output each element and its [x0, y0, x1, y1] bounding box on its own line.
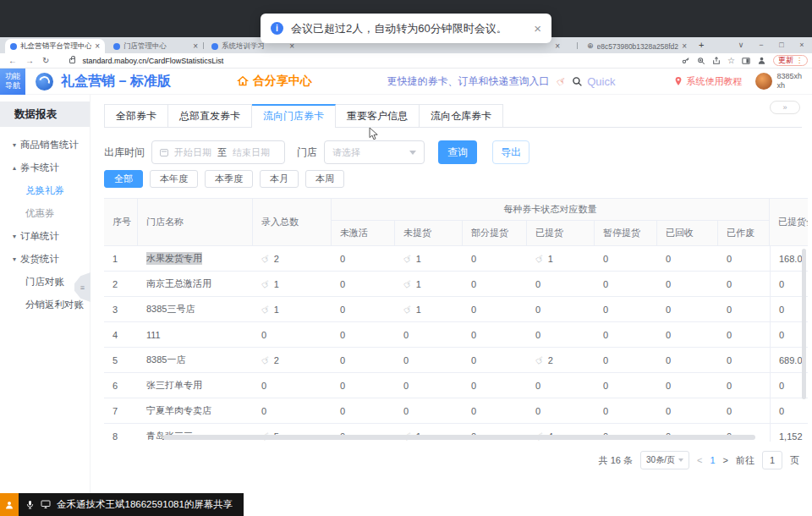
sidebar-item[interactable]: 兑换礼券	[0, 179, 90, 202]
sidebar-item[interactable]: ▾发货统计	[0, 248, 90, 271]
microphone-icon[interactable]	[25, 500, 35, 509]
store-filter-label: 门店	[297, 145, 317, 160]
table-row[interactable]: 2南京王总激活用☞10☞1000000	[104, 272, 808, 297]
cell-row-number: 5	[104, 348, 138, 372]
reload-icon[interactable]: ↻	[42, 56, 49, 65]
quick-range-button[interactable]: 本季度	[205, 170, 253, 188]
share-participant-avatar[interactable]	[0, 493, 19, 516]
cell-status-count: 0	[395, 348, 463, 372]
sidebar-item[interactable]: 优惠券	[0, 202, 90, 225]
screen-share-bar: 金禾通技术王斌18662591081的屏幕共享	[0, 493, 244, 516]
sidebar-item[interactable]: 分销返利对账	[0, 294, 90, 316]
quick-range-button[interactable]: 本月	[260, 170, 299, 188]
zoom-icon[interactable]	[697, 57, 705, 65]
forward-icon[interactable]: →	[25, 56, 34, 65]
next-page-button[interactable]: >	[723, 455, 728, 465]
more-dots-icon: ⋮	[796, 57, 803, 64]
close-tab-icon[interactable]: ×	[193, 41, 198, 51]
mouse-cursor	[369, 127, 379, 145]
close-icon[interactable]: ×	[534, 21, 541, 36]
main-tab[interactable]: 总部直发券卡	[168, 104, 252, 127]
back-icon[interactable]: ←	[8, 56, 17, 65]
table-vertical-scrollbar[interactable]	[802, 249, 806, 399]
cell-total-count[interactable]: ☞2	[253, 348, 332, 372]
cell-amount: 0	[770, 398, 808, 423]
quick-range-button[interactable]: 本年度	[150, 170, 198, 188]
close-tab-icon[interactable]: ×	[95, 41, 100, 51]
new-tab-icon[interactable]: +	[699, 40, 704, 50]
browser-tab[interactable]: ⊕e8c573980b1328a258fd2e618×	[582, 39, 692, 53]
page-size-select[interactable]: 30条/页	[640, 451, 689, 469]
share-center-link[interactable]: 合分享中心	[237, 74, 312, 89]
tutorial-link[interactable]: 系统使用教程	[674, 75, 742, 88]
split-screen-icon[interactable]	[742, 57, 750, 65]
table-row[interactable]: 58385一店☞2000☞2000689.0	[104, 348, 808, 373]
username: 8385xh xh	[776, 72, 802, 91]
quick-range-button[interactable]: 全部	[104, 170, 143, 188]
quick-search-label[interactable]: Quick	[587, 75, 615, 88]
minimize-window-icon[interactable]: −	[751, 37, 771, 53]
close-window-icon[interactable]: ×	[792, 37, 812, 53]
main-tab[interactable]: 流向门店券卡	[252, 104, 336, 127]
cell-total-count[interactable]: ☞1	[253, 272, 332, 296]
cell-status-count[interactable]: ☞1	[395, 297, 463, 321]
table-row[interactable]: 38385三号店☞10☞1000000	[104, 297, 808, 322]
table-row[interactable]: 6张三打单专用000000000	[104, 373, 808, 398]
maximize-window-icon[interactable]: □	[771, 37, 792, 53]
cell-total-count[interactable]: ☞2	[253, 246, 332, 271]
collapse-panel-button[interactable]: »	[770, 101, 800, 114]
sidebar-item[interactable]: ▾商品销售统计	[0, 134, 90, 156]
quick-range-button[interactable]: 本周	[305, 170, 344, 188]
main-tab[interactable]: 全部券卡	[104, 104, 168, 127]
sidebar-item[interactable]: ▾订单统计	[0, 225, 90, 248]
tab-search-chevron-icon[interactable]: ∨	[731, 37, 751, 53]
close-tab-icon[interactable]: ×	[555, 41, 560, 51]
current-page-number[interactable]: 1	[710, 455, 715, 465]
browser-tab[interactable]: 礼盒营销平台管理中心×	[5, 39, 105, 53]
chrome-update-button[interactable]: 更新⋮	[773, 55, 808, 66]
hand-pointer-icon: ☞	[259, 353, 273, 368]
screen-share-icon[interactable]	[41, 500, 51, 509]
sidebar-item[interactable]: ▴券卡统计	[0, 156, 90, 179]
table-row[interactable]: 1水果发货专用☞20☞10☞1000168.0	[104, 246, 808, 272]
column-header-no: 序号	[104, 199, 138, 245]
main-tab[interactable]: 流向仓库券卡	[420, 104, 503, 127]
cell-status-count: 0	[657, 322, 718, 347]
table-row[interactable]: 7宁夏羊肉专卖店000000000	[104, 398, 808, 424]
browser-tab[interactable]: 门店管理中心×	[108, 39, 203, 53]
cell-status-count[interactable]: ☞1	[395, 246, 463, 271]
hand-pointer-icon: ☞	[533, 353, 547, 368]
pagination: 共 16 条 30条/页 < 1 > 前往 1 页	[104, 451, 799, 469]
close-tab-icon[interactable]: ×	[682, 41, 687, 51]
cell-status-count[interactable]: ☞1	[395, 272, 463, 296]
column-header-status: 未激活	[332, 221, 395, 245]
cell-status-count[interactable]: ☞1	[527, 246, 595, 271]
search-button[interactable]: 查询	[438, 140, 477, 164]
table-horizontal-scrollbar[interactable]	[163, 435, 755, 440]
export-button[interactable]: 导出	[492, 140, 529, 164]
main-tab[interactable]: 重要客户信息	[336, 104, 420, 127]
search-icon[interactable]	[572, 76, 583, 87]
table-header: 序号 门店名称 录入总数 每种券卡状态对应数量 未激活未提货部分提货已提货暂停提…	[104, 198, 808, 246]
key-icon[interactable]	[682, 57, 690, 65]
pagination-total: 共 16 条	[599, 454, 633, 467]
app-brand-title: 礼盒营销 – 标准版	[61, 73, 171, 91]
cell-status-count: 0	[332, 272, 395, 296]
cell-total-count[interactable]: ☞1	[253, 297, 332, 321]
prev-page-button[interactable]: <	[697, 455, 702, 465]
cell-status-count: 0	[657, 297, 718, 321]
nav-toggle-button[interactable]: 功能 导航	[0, 69, 25, 95]
profile-icon[interactable]	[757, 56, 766, 65]
share-icon[interactable]	[712, 57, 721, 65]
url-bar[interactable]: standard.maboy.cn/CardFlowStatisticsList	[82, 57, 223, 65]
date-range-input[interactable]: 开始日期 至 结束日期	[151, 140, 285, 164]
cell-status-count[interactable]: ☞2	[527, 348, 595, 372]
cell-status-count: 0	[332, 322, 395, 347]
user-avatar[interactable]	[755, 73, 772, 90]
table-row[interactable]: 4111000000000	[104, 322, 808, 348]
cell-row-number: 8	[104, 424, 138, 442]
cell-status-count: 0	[332, 246, 395, 271]
goto-page-input[interactable]: 1	[762, 451, 782, 469]
cell-status-count: 0	[718, 297, 770, 321]
bookmark-star-icon[interactable]: ☆	[727, 57, 735, 65]
